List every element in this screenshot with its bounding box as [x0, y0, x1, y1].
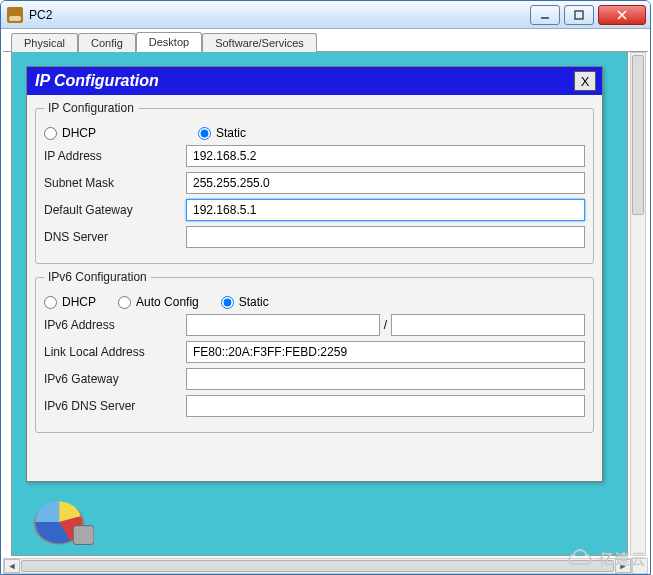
window-title: PC2	[29, 8, 530, 22]
ipv6-gateway-input[interactable]	[186, 368, 585, 390]
tab-physical[interactable]: Physical	[11, 33, 78, 52]
ipv6-static-radio[interactable]: Static	[221, 295, 269, 309]
close-button[interactable]	[598, 5, 646, 25]
watermark: 亿速云	[567, 549, 647, 569]
ipv4-dhcp-radio[interactable]: DHCP	[44, 126, 96, 140]
ip-address-input[interactable]	[186, 145, 585, 167]
ipv6-dhcp-radio-input[interactable]	[44, 296, 57, 309]
ipv6-auto-radio[interactable]: Auto Config	[118, 295, 199, 309]
ipv6-prefix-input[interactable]	[391, 314, 585, 336]
default-gateway-label: Default Gateway	[44, 203, 186, 217]
dialog-title-text: IP Configuration	[35, 72, 159, 90]
cloud-icon	[567, 549, 595, 569]
horizontal-scrollbar[interactable]: ◄ ►	[3, 558, 632, 574]
link-local-input[interactable]	[186, 341, 585, 363]
desktop-workspace: IP Configuration X IP Configuration DHCP…	[11, 52, 628, 556]
ipv6-dns-input[interactable]	[186, 395, 585, 417]
ipv6-address-label: IPv6 Address	[44, 318, 186, 332]
ipv4-legend: IP Configuration	[44, 101, 138, 115]
svg-rect-1	[575, 11, 583, 19]
tab-row: Physical Config Desktop Software/Service…	[3, 30, 648, 52]
ipv4-static-radio[interactable]: Static	[198, 126, 246, 140]
default-gateway-input[interactable]	[186, 199, 585, 221]
dialog-title-bar: IP Configuration X	[27, 67, 602, 95]
ip-config-dialog: IP Configuration X IP Configuration DHCP…	[26, 66, 603, 482]
ipv6-address-input[interactable]	[186, 314, 380, 336]
vertical-scrollbar[interactable]	[630, 52, 646, 556]
vertical-scrollbar-thumb[interactable]	[632, 55, 644, 215]
ipv4-static-radio-input[interactable]	[198, 127, 211, 140]
ipv6-static-radio-input[interactable]	[221, 296, 234, 309]
ip-address-label: IP Address	[44, 149, 186, 163]
dialog-close-button[interactable]: X	[574, 71, 596, 91]
ipv4-dhcp-radio-input[interactable]	[44, 127, 57, 140]
dns-server-input[interactable]	[186, 226, 585, 248]
ipv6-prefix-slash: /	[380, 318, 391, 332]
dns-server-label: DNS Server	[44, 230, 186, 244]
subnet-mask-input[interactable]	[186, 172, 585, 194]
ipv6-legend: IPv6 Configuration	[44, 270, 151, 284]
app-shortcut-icon[interactable]	[28, 493, 102, 547]
tab-software-services[interactable]: Software/Services	[202, 33, 317, 52]
ipv6-auto-radio-input[interactable]	[118, 296, 131, 309]
ipv6-gateway-label: IPv6 Gateway	[44, 372, 186, 386]
tab-config[interactable]: Config	[78, 33, 136, 52]
ipv4-fieldset: IP Configuration DHCP Static IP Address	[35, 101, 594, 264]
subnet-mask-label: Subnet Mask	[44, 176, 186, 190]
title-bar: PC2	[1, 1, 650, 29]
tab-desktop[interactable]: Desktop	[136, 32, 202, 52]
app-icon	[7, 7, 23, 23]
horizontal-scrollbar-thumb[interactable]	[21, 560, 614, 572]
application-window: PC2 Physical Config Desktop Software/Ser…	[0, 0, 651, 575]
minimize-button[interactable]	[530, 5, 560, 25]
link-local-label: Link Local Address	[44, 345, 186, 359]
maximize-button[interactable]	[564, 5, 594, 25]
svg-rect-5	[73, 526, 94, 545]
ipv6-dhcp-radio[interactable]: DHCP	[44, 295, 96, 309]
ipv6-dns-label: IPv6 DNS Server	[44, 399, 186, 413]
scroll-left-button[interactable]: ◄	[4, 559, 20, 573]
ipv6-fieldset: IPv6 Configuration DHCP Auto Config S	[35, 270, 594, 433]
